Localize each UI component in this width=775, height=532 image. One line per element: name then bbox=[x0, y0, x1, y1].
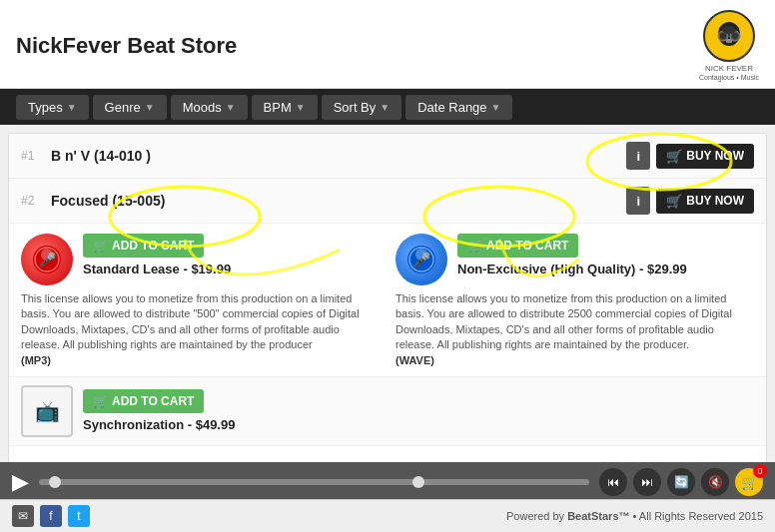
page-title: NickFever Beat Store bbox=[16, 33, 237, 59]
sync-title: Synchronization - $49.99 bbox=[83, 417, 754, 432]
cart-icon-green: 🛒 bbox=[93, 239, 108, 253]
add-to-cart-sync[interactable]: 🛒 ADD TO CART bbox=[83, 389, 204, 413]
cart-btn-wrapper: 🛒 0 bbox=[735, 468, 763, 496]
chevron-down-icon: ▼ bbox=[145, 102, 155, 113]
license-grid: 🎤 🛒 ADD TO CART Standard Lease - $19.99 bbox=[21, 234, 754, 368]
skip-forward-button[interactable]: ⏭ bbox=[633, 468, 661, 496]
add-to-cart-standard[interactable]: 🛒 ADD TO CART bbox=[83, 234, 204, 258]
svg-rect-6 bbox=[726, 39, 732, 43]
track-number-1: #1 bbox=[21, 149, 43, 163]
license-desc-nonexclusive: This license allows you to monetize from… bbox=[395, 291, 754, 368]
license-card-standard: 🎤 🛒 ADD TO CART Standard Lease - $19.99 bbox=[21, 234, 380, 368]
email-icon[interactable]: ✉ bbox=[12, 505, 34, 527]
progress-start-thumb[interactable] bbox=[49, 476, 61, 488]
cart-icon-green: 🛒 bbox=[93, 394, 108, 408]
nav-moods[interactable]: Moods ▼ bbox=[171, 95, 248, 120]
license-header-standard: 🎤 🛒 ADD TO CART Standard Lease - $19.99 bbox=[21, 234, 380, 285]
sync-row: 📺 🛒 ADD TO CART Synchronization - $49.99 bbox=[9, 377, 766, 446]
license-content-nonexclusive: 🛒 ADD TO CART Non-Exclusive (High Qualit… bbox=[457, 234, 754, 276]
license-card-nonexclusive: 🎤 🛒 ADD TO CART Non-Exclusive (High Qual… bbox=[395, 234, 754, 368]
navigation-bar: Types ▼ Genre ▼ Moods ▼ BPM ▼ Sort By ▼ … bbox=[0, 89, 775, 125]
license-content-standard: 🛒 ADD TO CART Standard Lease - $19.99 bbox=[83, 234, 380, 276]
chevron-down-icon: ▼ bbox=[226, 102, 236, 113]
logo-icon bbox=[709, 16, 749, 56]
info-button-1[interactable]: i bbox=[626, 142, 650, 170]
license-area: 🎤 🛒 ADD TO CART Standard Lease - $19.99 bbox=[9, 224, 766, 377]
footer-left: ✉ f t bbox=[12, 505, 90, 527]
track-row-1: #1 B n' V (14-010 ) i 🛒 BUY NOW bbox=[9, 134, 766, 179]
sync-icon: 📺 bbox=[21, 385, 73, 437]
facebook-icon[interactable]: f bbox=[40, 505, 62, 527]
svg-text:🎤: 🎤 bbox=[39, 252, 57, 268]
buy-now-button-1[interactable]: 🛒 BUY NOW bbox=[656, 144, 754, 169]
license-desc-standard: This license allows you to monetize from… bbox=[21, 291, 380, 368]
info-button-2[interactable]: i bbox=[626, 187, 650, 215]
skip-back-button[interactable]: ⏮ bbox=[599, 468, 627, 496]
nav-types[interactable]: Types ▼ bbox=[16, 95, 89, 120]
player-bar: ▶ ⏮ ⏭ 🔄 🔇 🛒 0 bbox=[0, 462, 775, 502]
license-title-standard: Standard Lease - $19.99 bbox=[83, 262, 380, 276]
buy-now-button-2[interactable]: 🛒 BUY NOW bbox=[656, 189, 754, 214]
license-title-nonexclusive: Non-Exclusive (High Quality) - $29.99 bbox=[457, 262, 754, 276]
cart-icon: 🛒 bbox=[666, 149, 682, 164]
nav-date-range[interactable]: Date Range ▼ bbox=[405, 95, 512, 120]
play-button[interactable]: ▶ bbox=[12, 469, 29, 495]
license-icon-blue: 🎤 bbox=[395, 234, 447, 285]
chevron-down-icon: ▼ bbox=[296, 102, 306, 113]
track-number-2: #2 bbox=[21, 194, 43, 208]
player-controls: ⏮ ⏭ 🔄 🔇 🛒 0 bbox=[599, 468, 763, 496]
license-icon-red: 🎤 bbox=[21, 234, 73, 285]
progress-end-thumb[interactable] bbox=[412, 476, 424, 488]
chevron-down-icon: ▼ bbox=[491, 102, 501, 113]
svg-point-5 bbox=[732, 33, 738, 39]
nav-bpm[interactable]: BPM ▼ bbox=[252, 95, 318, 120]
track-name-2: Focused (15-005) bbox=[51, 193, 165, 209]
footer-right: Powered by BeatStars™ • All Rights Reser… bbox=[506, 510, 763, 522]
twitter-icon[interactable]: t bbox=[68, 505, 90, 527]
cart-badge: 0 bbox=[753, 464, 767, 478]
main-content: #1 B n' V (14-010 ) i 🛒 BUY NOW #2 Focus… bbox=[8, 133, 767, 492]
chevron-down-icon: ▼ bbox=[67, 102, 77, 113]
track-row-2: #2 Focused (15-005) i 🛒 BUY NOW bbox=[9, 179, 766, 224]
mute-button[interactable]: 🔇 bbox=[701, 468, 729, 496]
logo-area: NICK FEVERContagious • Music bbox=[699, 10, 759, 82]
chevron-down-icon: ▼ bbox=[380, 102, 389, 113]
nav-sort-by[interactable]: Sort By ▼ bbox=[322, 95, 402, 120]
track-name-1: B n' V (14-010 ) bbox=[51, 148, 151, 164]
track-1-actions: i 🛒 BUY NOW bbox=[626, 142, 754, 170]
logo-tagline: NICK FEVERContagious • Music bbox=[699, 64, 759, 82]
logo-circle bbox=[703, 10, 755, 62]
add-to-cart-nonexclusive[interactable]: 🛒 ADD TO CART bbox=[457, 234, 578, 258]
cart-icon-green: 🛒 bbox=[467, 239, 482, 253]
sync-content: 🛒 ADD TO CART Synchronization - $49.99 bbox=[83, 389, 754, 432]
page-header: NickFever Beat Store NICK FEVERContagiou… bbox=[0, 0, 775, 89]
progress-bar[interactable] bbox=[39, 479, 589, 485]
license-header-nonexclusive: 🎤 🛒 ADD TO CART Non-Exclusive (High Qual… bbox=[395, 234, 754, 285]
footer: ✉ f t Powered by BeatStars™ • All Rights… bbox=[0, 499, 775, 532]
cart-icon: 🛒 bbox=[666, 194, 682, 209]
svg-point-7 bbox=[722, 26, 736, 34]
repeat-button[interactable]: 🔄 bbox=[667, 468, 695, 496]
track-2-actions: i 🛒 BUY NOW bbox=[626, 187, 754, 215]
nav-genre[interactable]: Genre ▼ bbox=[93, 95, 167, 120]
svg-point-4 bbox=[720, 33, 726, 39]
svg-text:🎤: 🎤 bbox=[413, 252, 431, 268]
